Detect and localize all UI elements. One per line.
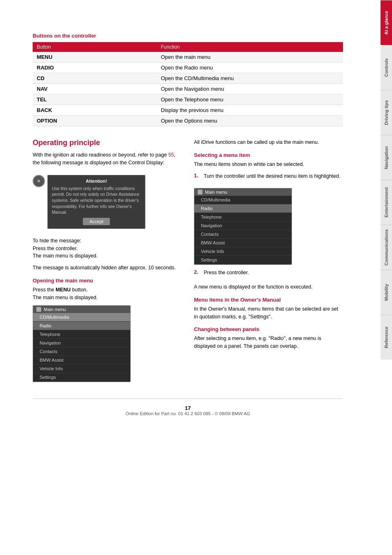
selecting-menu-item-text: The menu items shown in white can be sel… [194,161,343,168]
left-column: Operating principle With the ignition at… [33,139,182,386]
intro-text-1: With the ignition at radio readiness or … [33,152,168,158]
button-name: TEL [33,94,157,105]
table-row: RADIOOpen the Radio menu [33,63,343,73]
table-row: OPTIONOpen the Options menu [33,116,343,126]
sidebar-tab-navigation[interactable]: Navigation [381,135,392,180]
menu-item: Settings [33,373,130,382]
changing-between-panels-heading: Changing between panels [194,326,343,332]
screen1-title: Main menu [44,307,66,312]
sidebar-tab-driving-tips[interactable]: Driving tips [381,90,392,135]
step-1-text: Turn the controller until the desired me… [204,172,340,180]
button-name: CD [33,73,157,84]
changing-between-panels-text: After selecting a menu item, e.g. "Radio… [194,335,343,350]
right-column: All iDrive functions can be called up vi… [194,139,343,386]
menu-item: Vehicle Info [194,247,292,256]
table-row: MENUOpen the main menu [33,52,343,63]
opening-main-menu-text: Press the MENU button.The main menu is d… [33,286,182,302]
buttons-table: Button Function MENUOpen the main menuRA… [33,42,343,126]
menu-item: Radio [33,322,130,330]
step-2-text: Press the controller. [204,269,249,277]
screen-mockup-2: Main menu CD/MultimediaRadioTelephoneNav… [194,188,292,265]
buttons-section: Buttons on the controller Button Functio… [33,33,343,126]
menu-item: BMW Assist [33,356,130,365]
menu-item: Settings [194,256,292,264]
attention-text: Use this system only when traffic condit… [52,186,141,215]
table-row: TELOpen the Telephone menu [33,94,343,105]
page-number: 17 [33,405,343,411]
footer-text: Online Edition for Part no. 01 41 2 603 … [33,411,343,416]
press-text: Press the [33,287,56,293]
screen-mockup-1: Main menu CD/MultimediaRadioTelephoneNav… [33,305,131,382]
accept-button[interactable]: Accept [83,218,110,225]
menu-item: Telephone [33,330,130,339]
page-footer: 17 Online Edition for Part no. 01 41 2 6… [33,398,343,424]
sidebar-tab-mobility[interactable]: Mobility [381,270,392,315]
button-name: BACK [33,105,157,116]
table-row: BACKDisplay the previous menu [33,105,343,116]
step-1: 1. Turn the controller until the desired… [194,172,343,184]
menu-items-owners-manual-heading: Menu items in the Owner's Manual [194,297,343,303]
page-ref-link[interactable]: 55 [168,152,174,158]
menu-item: CD/Multimedia [33,313,130,322]
button-name: MENU [33,52,157,63]
menu-bold: MENU [56,287,71,293]
menu-item: Contacts [194,230,292,239]
menu-item: Telephone [194,213,292,222]
menu-item: BMW Assist [194,239,292,247]
col-header-function: Function [157,42,343,52]
controller-knob-icon [33,171,45,233]
screen1-title-bar: Main menu [33,306,130,313]
screen1-title-icon [36,307,41,312]
button-name: OPTION [33,116,157,126]
operating-principle-title: Operating principle [33,139,182,147]
menu-item: Radio [194,204,292,213]
intro-paragraph: With the ignition at radio readiness or … [33,151,182,167]
screen2-title-bar: Main menu [194,188,292,196]
opening-main-menu-heading: Opening the main menu [33,278,182,284]
menu-items-owners-manual-text: In the Owner's Manual, menu items that c… [194,305,343,321]
table-row: NAVOpen the Navigation menu [33,84,343,94]
button-name: NAV [33,84,157,94]
step-2: 2. Press the controller. [194,269,343,281]
sidebar-tab-controls[interactable]: Controls [381,45,392,90]
button-function: Open the Options menu [157,116,343,126]
button-function: Open the Telephone menu [157,94,343,105]
sidebar-tabs: At a glanceControlsDriving tipsNavigatio… [381,0,392,555]
attention-title: Attention! [52,179,141,184]
button-function: Open the Navigation menu [157,84,343,94]
attention-box: Attention! Use this system only when tra… [47,175,145,229]
menu-item: CD/Multimedia [194,196,292,204]
button-name: RADIO [33,63,157,73]
auto-hide-text: The message is automatically hidden afte… [33,264,182,272]
button-function: Open the Radio menu [157,63,343,73]
screen2-title: Main menu [205,190,227,195]
menu-item: Vehicle Info [33,365,130,373]
col-header-button: Button [33,42,157,52]
menu-item: Navigation [194,222,292,230]
sidebar-tab-at-a-glance[interactable]: At a glance [381,0,392,45]
menu-item: Contacts [33,347,130,356]
selecting-menu-item-heading: Selecting a menu item [194,152,343,158]
screen2-title-icon [198,190,203,195]
step-2-result: A new menu is displayed or the function … [194,283,343,291]
right-intro-text: All iDrive functions can be called up vi… [194,139,343,146]
sidebar-tab-communications[interactable]: Communications [381,225,392,270]
operating-principle-section: Operating principle With the ignition at… [33,139,343,386]
buttons-section-heading: Buttons on the controller [33,33,343,39]
sidebar-tab-reference[interactable]: Reference [381,315,392,360]
attention-box-wrapper: Attention! Use this system only when tra… [33,171,182,233]
menu-item: Navigation [33,339,130,347]
button-function: Open the main menu [157,52,343,63]
sidebar-tab-entertainment[interactable]: Entertainment [381,180,392,225]
table-row: CDOpen the CD/Multimedia menu [33,73,343,84]
hide-message-text: To hide the message: Press the controlle… [33,237,182,260]
button-function: Open the CD/Multimedia menu [157,73,343,84]
button-function: Display the previous menu [157,105,343,116]
